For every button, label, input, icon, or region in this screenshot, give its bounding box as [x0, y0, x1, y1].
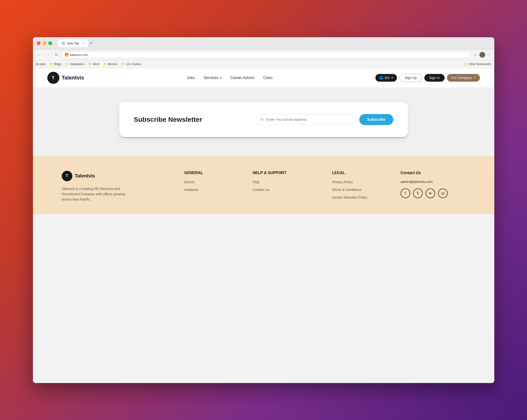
footer-col-general: GENERAL Events Initiatives — [184, 171, 238, 202]
career-advice-link[interactable]: Career Advice — [230, 76, 254, 80]
bookmark-label: Inspirations — [70, 63, 84, 66]
services-link[interactable]: Services — [204, 76, 221, 80]
fb-letter: f — [405, 191, 406, 195]
signup-button[interactable]: Sign Up — [399, 74, 422, 82]
ig-symbol: ◎ — [441, 191, 445, 195]
tab-close-button[interactable]: × — [82, 42, 84, 45]
footer-legal-links: Privacy Policy Terms & Conditions Vendor… — [332, 180, 386, 200]
services-dropdown-icon — [220, 77, 221, 78]
options-icon[interactable]: ⋮ — [487, 52, 491, 57]
logo-container[interactable]: T Talentvis — [47, 72, 84, 84]
li-letters: in — [429, 192, 432, 195]
nav-career-advice[interactable]: Career Advice — [230, 76, 254, 80]
lang-dropdown-icon — [391, 77, 393, 78]
apps-icon: ⊞ — [36, 63, 38, 66]
browser-titlebar: New Tab × + — [33, 37, 494, 50]
google-icon: G — [65, 53, 69, 57]
footer-legal-title: LEGAL — [332, 171, 386, 175]
nav-actions: 🌐 EN Sign Up Sign In For Company — [375, 74, 480, 82]
email-input-container: ✉ — [255, 114, 356, 125]
footer-link-privacy[interactable]: Privacy Policy — [332, 180, 353, 184]
language-button[interactable]: 🌐 EN — [375, 74, 397, 82]
footer-link-faq[interactable]: FAQ — [253, 180, 260, 184]
footer-link-contact[interactable]: Contact Us — [253, 188, 269, 192]
jobs-link[interactable]: Jobs — [187, 76, 195, 80]
toolbar-actions: ☆ ⋮ — [474, 52, 491, 58]
nav-jobs[interactable]: Jobs — [187, 76, 195, 80]
refresh-button[interactable]: ↻ — [53, 51, 60, 58]
tab-favicon — [62, 42, 65, 45]
browser-window: New Tab × + ← → ↻ G talentvis.com ☆ ⋮ ⊞ … — [33, 37, 494, 383]
browser-toolbar: ← → ↻ G talentvis.com ☆ ⋮ — [33, 50, 494, 60]
bookmark-label: Apps — [39, 63, 46, 66]
facebook-icon[interactable]: f — [401, 189, 410, 198]
linkedin-icon[interactable]: in — [426, 189, 435, 198]
bookmark-label: LOL Guides — [126, 63, 141, 66]
footer-description: Talentvis is a leading HR Solutions and … — [62, 186, 129, 202]
logo-letter: T — [52, 75, 55, 80]
minimize-traffic-light[interactable] — [43, 41, 46, 45]
nav-class[interactable]: Class — [263, 76, 273, 80]
company-dropdown-icon — [474, 77, 476, 78]
bookmark-apps[interactable]: ⊞ Apps — [36, 63, 46, 66]
browser-tab[interactable]: New Tab × — [58, 40, 88, 47]
social-icons: f 𝕏 in ◎ — [401, 189, 465, 198]
footer-general-title: GENERAL — [184, 171, 238, 175]
bookmark-work[interactable]: 📁 Work — [88, 63, 99, 66]
folder-icon: 📁 — [103, 63, 107, 66]
folder-icon: 📁 — [88, 63, 92, 66]
nav-services[interactable]: Services — [204, 76, 221, 80]
footer-link-events[interactable]: Events — [184, 180, 195, 184]
address-bar[interactable]: G talentvis.com — [62, 51, 470, 58]
email-icon: ✉ — [261, 117, 264, 122]
tab-title: New Tab — [67, 42, 79, 45]
bookmark-label: Blogs — [54, 63, 61, 66]
newsletter-card: Subscribe Newsletter ✉ Subscribe — [120, 102, 408, 137]
main-section: Subscribe Newsletter ✉ Subscribe — [33, 88, 494, 156]
back-button[interactable]: ← — [36, 51, 43, 58]
folder-icon: 📁 — [50, 63, 53, 66]
tw-symbol: 𝕏 — [416, 191, 419, 195]
footer-general-links: Events Initiatives — [184, 180, 238, 192]
email-input[interactable] — [266, 118, 351, 121]
footer-logo-container[interactable]: T Talentvis — [62, 171, 170, 181]
logo-badge: T — [47, 72, 59, 84]
folder-icon: 📁 — [121, 63, 125, 66]
signin-button[interactable]: Sign In — [424, 74, 445, 82]
bookmark-label: Memes — [108, 63, 117, 66]
footer-col-help: HELP & SUPPORT FAQ Contact Us — [253, 171, 318, 202]
forward-button[interactable]: → — [44, 51, 51, 58]
footer-help-links: FAQ Contact Us — [253, 180, 318, 192]
instagram-icon[interactable]: ◎ — [438, 189, 448, 198]
site-nav: T Talentvis Jobs Services — [33, 68, 494, 88]
footer-col-contact: Contact Us admin@talentvis.com f 𝕏 in — [401, 171, 465, 202]
maximize-traffic-light[interactable] — [48, 41, 52, 45]
footer-logo-name: Talentvis — [75, 173, 95, 179]
footer-grid: T Talentvis Talentvis is a leading HR So… — [62, 171, 465, 202]
folder-icon: 📁 — [65, 63, 69, 66]
footer-link-terms[interactable]: Terms & Conditions — [332, 188, 361, 192]
class-link[interactable]: Class — [263, 76, 273, 80]
bookmarks-bar: ⊞ Apps 📁 Blogs 📁 Inspirations 📁 Work 📁 M… — [33, 60, 494, 68]
bookmark-lol[interactable]: 📁 LOL Guides — [121, 63, 141, 66]
subscribe-button[interactable]: Subscribe — [359, 114, 393, 125]
new-tab-button[interactable]: + — [90, 41, 93, 46]
bookmark-inspirations[interactable]: 📁 Inspirations — [65, 63, 84, 66]
globe-icon: 🌐 — [379, 76, 383, 80]
tab-bar: New Tab × + — [58, 40, 491, 47]
logo-name: Talentvis — [62, 75, 84, 81]
bookmark-other[interactable]: 📁 Other Bookmarks — [464, 63, 491, 66]
footer-help-title: HELP & SUPPORT — [253, 171, 318, 175]
footer-link-initiatives[interactable]: Initiatives — [184, 188, 198, 192]
close-traffic-light[interactable] — [37, 41, 41, 45]
for-company-button[interactable]: For Company — [447, 74, 480, 82]
bookmark-icon[interactable]: ☆ — [474, 53, 477, 57]
bookmark-blogs[interactable]: 📁 Blogs — [50, 63, 61, 66]
bookmark-memes[interactable]: 📁 Memes — [103, 63, 117, 66]
nav-links: Jobs Services Career Advice Cla — [187, 76, 273, 80]
twitter-icon[interactable]: 𝕏 — [413, 189, 423, 198]
footer-link-vendor[interactable]: Vendor Selection Policy — [332, 195, 367, 199]
profile-icon[interactable] — [479, 52, 485, 58]
newsletter-form: ✉ Subscribe — [255, 114, 393, 125]
folder-icon: 📁 — [464, 63, 468, 66]
